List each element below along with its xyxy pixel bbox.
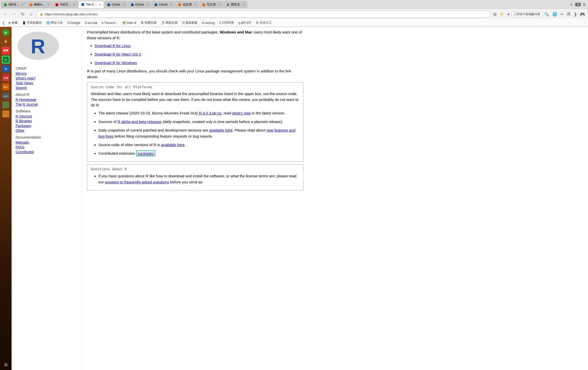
scissors-icon[interactable]: ✂ [559, 11, 565, 17]
tab-close-button[interactable]: ✕ [123, 3, 125, 6]
address-bar[interactable]: 🔒 https://mirrors.sjtug.sjtu.edu.cn/cran… [36, 11, 491, 18]
bookmarks-sidebar-toggle[interactable]: ❮ [2, 21, 5, 25]
source-items-list: The latest release (2020-10-10, Bunny-Wu… [98, 110, 300, 156]
app4-icon[interactable]: W [2, 65, 10, 73]
tab-close-button[interactable]: ✕ [194, 3, 196, 6]
packages-ext-link[interactable]: packages [136, 150, 155, 156]
tab-close-button[interactable]: ✕ [218, 3, 220, 6]
r-sources-link[interactable]: R Sources [16, 114, 78, 118]
translate-icon[interactable]: 🌐 [551, 11, 558, 17]
bookmark-item[interactable]: 生生信小工 [254, 20, 274, 25]
browser-tab-tab6[interactable]: CRAN ✕ [128, 1, 151, 8]
source-item-3-after: before filing corresponding feature requ… [113, 134, 213, 138]
bookmark-item[interactable]: 🎵网易云镜 [159, 20, 180, 25]
tab-count[interactable]: 10 [575, 3, 581, 6]
about-r-section-title: About R [16, 92, 78, 97]
tab-close-button[interactable]: ✕ [47, 3, 49, 6]
bookmark-item[interactable]: 🌿Web of [120, 20, 138, 25]
tab-favicon [81, 3, 84, 6]
bookmark-item[interactable]: 免免费在线 [139, 20, 159, 25]
mirrors-link[interactable]: Mirrors [16, 71, 78, 75]
available-here-link[interactable]: available here [209, 128, 232, 132]
bookmark-item[interactable]: Oomicsg [200, 20, 217, 25]
alpha-beta-link[interactable]: R alpha and beta releases [117, 119, 162, 124]
app6-icon[interactable]: MID [2, 83, 10, 91]
r-journal-link[interactable]: The R Journal [16, 102, 78, 106]
favorites-sidebar-icon[interactable]: ★ [2, 37, 10, 46]
new-tab-button[interactable]: + [568, 2, 575, 7]
search-icon[interactable]: 🔍 [543, 11, 550, 17]
bookmarks-more[interactable]: ⋮ [582, 21, 586, 25]
add-sidebar-icon[interactable]: ⊕ [2, 361, 10, 369]
bookmark-item[interactable]: O基因家族 [180, 20, 199, 25]
packages-link[interactable]: Packages [16, 124, 78, 128]
download-windows-link[interactable]: Download R for Windows [95, 61, 137, 65]
other-link[interactable]: Other [16, 129, 78, 133]
r-homepage-link[interactable]: R Homepage [16, 98, 78, 102]
browser-tab-tab4[interactable]: The C... ✕ [79, 1, 104, 8]
tab-close-button[interactable]: ✕ [170, 3, 172, 6]
questions-box-title: Questions About R [91, 167, 300, 171]
older-versions-link[interactable]: available here [161, 143, 184, 147]
svg-text:W: W [5, 67, 7, 70]
r403-link[interactable]: R-4.0.3.tar.gz [199, 111, 221, 115]
bookmark-item[interactable]: Ssci-hub [83, 20, 99, 25]
browser-tab-tab5[interactable]: CRAN ✕ [104, 1, 128, 8]
tab-close-button[interactable]: ✕ [99, 3, 101, 6]
tab-close-button[interactable]: ✕ [243, 3, 245, 6]
translate2-icon[interactable]: 译 [566, 11, 572, 17]
svg-text:免费: 免费 [3, 77, 8, 79]
browser-tab-tab2[interactable]: 峰峰lo... ✕ [27, 1, 52, 8]
bookmark-item[interactable]: eTranscri... [100, 20, 120, 25]
weibo-icon[interactable]: 微博 [2, 47, 10, 55]
whats-new-src-link[interactable]: what's new [232, 111, 251, 115]
faqs-link[interactable]: FAQs [16, 145, 78, 149]
tab-menu-button[interactable]: ≡ [581, 2, 587, 7]
tab-close-button[interactable]: ✕ [146, 3, 148, 6]
bookmark-item[interactable]: 📱手机收藏夹 [20, 20, 44, 25]
back-button[interactable]: ← [2, 11, 9, 18]
app7-icon[interactable]: APP [2, 92, 10, 100]
lightning-icon[interactable]: ⚡ [498, 11, 505, 17]
app9-icon[interactable] [2, 110, 10, 118]
app3-icon[interactable]: A [2, 56, 10, 64]
home-button[interactable]: ⌂ [28, 11, 35, 18]
tab-favicon [29, 3, 32, 6]
manuals-link[interactable]: Manuals [16, 140, 78, 144]
whats-new-link[interactable]: What's new? [16, 76, 78, 80]
app8-icon[interactable] [2, 101, 10, 109]
bookmark-label: 网址大全 [51, 21, 63, 25]
faq-link[interactable]: answers to frequently asked questions [105, 180, 169, 184]
bookmark-item[interactable]: 🌐网址大全 [44, 20, 65, 25]
bookmark-item[interactable]: CCSDN博 [217, 20, 236, 25]
browser-tab-tab9[interactable]: 写文章 ✕ [200, 1, 223, 8]
bookmarks-bar: ❮ ★收藏📱手机收藏夹🌐网址大全GGoogleSsci-hubeTranscri… [0, 19, 588, 27]
browser-tab-tab3[interactable]: R语言... ✕ [53, 1, 78, 8]
download-linux-link[interactable]: Download R for Linux [95, 44, 131, 48]
tab-favicon [4, 3, 7, 6]
tab-close-button[interactable]: ✕ [73, 3, 75, 6]
bookmark-icon: C [219, 21, 221, 25]
forward-button[interactable]: → [11, 11, 18, 18]
search-link[interactable]: Search [16, 86, 78, 90]
app5-icon[interactable]: 免费 [2, 74, 10, 82]
bookmark-item[interactable]: qqRT-PC [236, 20, 253, 25]
extensions-icon[interactable]: ⊞ [492, 11, 497, 17]
game-icon[interactable]: 🎮 [579, 11, 586, 17]
browser-tab-tab1[interactable]: 360导... ✕ [1, 1, 26, 8]
tab-close-button[interactable]: ✕ [21, 3, 23, 6]
menu-icon[interactable]: ▾ [506, 11, 511, 17]
browser-tab-tab7[interactable]: CRAN ✕ [152, 1, 175, 8]
contributed-link[interactable]: Contributed [16, 150, 78, 154]
refresh-button[interactable]: ↻ [19, 11, 26, 18]
r-binaries-link[interactable]: R Binaries [16, 119, 78, 123]
bookmark-item[interactable]: ★收藏 [6, 20, 20, 25]
browser-tab-tab10[interactable]: 网页无 ✕ [224, 1, 247, 8]
questions-text-after: before you send an [169, 180, 203, 184]
download-mac-link[interactable]: Download R for (Mac) OS X [95, 52, 141, 56]
bookmark-label: 生信小工 [260, 21, 272, 25]
task-views-link[interactable]: Task Views [16, 81, 78, 85]
more-icon[interactable]: ❯ [573, 11, 578, 17]
bookmark-item[interactable]: GGoogle [65, 20, 82, 25]
browser-tab-tab8[interactable]: 动态博 ✕ [175, 1, 199, 8]
